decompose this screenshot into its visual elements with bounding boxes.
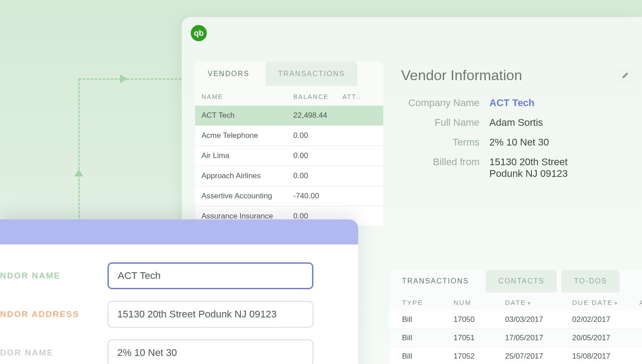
vendor-name-cell: Assertive Accounting [201, 192, 293, 201]
sort-icon: ▼ [527, 301, 532, 306]
vendor-name-cell: Approach Airlines [201, 171, 293, 180]
vendor-balance-cell: 22,498.44 [293, 111, 342, 120]
terms-value: 2% 10 Net 30 [489, 137, 549, 148]
vendor-address-input[interactable]: 15130 20th Street Podunk NJ 09123 [107, 301, 313, 328]
vendor-terms-label: DOR NAME [0, 348, 81, 358]
table-row[interactable]: Assertive Accounting-740.00 [195, 186, 383, 206]
header-attachments[interactable]: ATT.. [342, 93, 377, 100]
full-name-label: Full Name [401, 117, 479, 128]
billed-from-line2: Podunk NJ 09123 [489, 168, 568, 180]
trans-due-cell: 02/02/2017 [572, 315, 639, 324]
vendor-tabs: VENDORS TRANSACTIONS [195, 62, 383, 86]
vendor-att-cell [342, 192, 377, 201]
vendor-balance-cell: 0.00 [293, 131, 342, 140]
billed-from-value: 15130 20th Street Podunk NJ 09123 [489, 156, 568, 180]
vendor-name-cell: ACT Tech [201, 111, 293, 120]
table-row[interactable]: ACT Tech22,498.44 [195, 106, 383, 126]
terms-label: Terms [401, 137, 479, 148]
vendor-att-cell [342, 131, 377, 140]
pencil-icon [621, 72, 629, 79]
header-name[interactable]: NAME [201, 93, 293, 100]
tab-todos[interactable]: TO-DOS [561, 270, 620, 292]
table-row[interactable]: Bill1705003/03/201702/02/2017 [389, 311, 642, 329]
vendors-list-panel: VENDORS TRANSACTIONS NAME BALANCE ATT.. … [195, 62, 383, 227]
trans-due-cell: 15/08/2017 [572, 352, 639, 361]
vendor-att-cell [342, 171, 377, 180]
tab-transactions[interactable]: TRANSACTIONS [265, 62, 357, 86]
table-row[interactable]: Bill1705117/05/201720/05/2017 [389, 329, 642, 347]
vendor-table-header: NAME BALANCE ATT.. [195, 86, 383, 106]
vendor-name-cell: Acme Telephone [201, 131, 293, 140]
header-type[interactable]: TYPE [402, 299, 454, 306]
vendor-att-cell [342, 111, 377, 120]
table-row[interactable]: Air Lima0.00 [195, 146, 383, 166]
table-row[interactable]: Bill1705225/07/201715/08/2017 [389, 347, 642, 364]
arrow-up-icon [74, 169, 83, 176]
vendor-name-label: NDOR NAME [0, 271, 81, 281]
trans-num-cell: 17051 [454, 334, 505, 343]
tab-transactions-bottom[interactable]: TRANSACTIONS [389, 270, 481, 292]
trans-date-cell: 03/03/2017 [505, 315, 572, 324]
full-name-value: Adam Sortis [489, 117, 543, 128]
billed-from-label: Billed from [401, 156, 479, 180]
vendor-address-label: NDOR ADDRESS [0, 309, 81, 319]
vendor-balance-cell: 0.00 [293, 151, 342, 160]
header-num[interactable]: NUM [454, 299, 505, 306]
quickbooks-logo-icon: qb [191, 25, 207, 41]
header-account[interactable]: A [639, 299, 642, 306]
decoration-dashed-line [78, 78, 181, 222]
vendor-terms-input[interactable]: 2% 10 Net 30 [107, 339, 313, 364]
table-row[interactable]: Approach Airlines0.00 [195, 166, 383, 186]
header-balance[interactable]: BALANCE [293, 93, 342, 100]
trans-type-cell: Bill [402, 352, 454, 361]
header-date[interactable]: DATE▼ [505, 299, 572, 306]
vendor-balance-cell: 0.00 [293, 171, 342, 180]
vendor-info-section: Vendor Information Company Name ACT Tech… [401, 67, 633, 188]
transactions-table-header: TYPE NUM DATE▼ DUE DATE▼ A [389, 292, 642, 311]
tab-vendors[interactable]: VENDORS [195, 62, 262, 86]
table-row[interactable]: Acme Telephone0.00 [195, 126, 383, 146]
trans-type-cell: Bill [402, 315, 454, 324]
trans-due-cell: 20/05/2017 [572, 334, 639, 343]
billed-from-line1: 15130 20th Street [489, 156, 568, 168]
company-name-label: Company Name [401, 97, 479, 109]
trans-date-cell: 25/07/2017 [505, 352, 572, 361]
vendor-form-overlay: NDOR NAME ACT Tech NDOR ADDRESS 15130 20… [0, 219, 358, 364]
trans-num-cell: 17052 [454, 352, 505, 361]
vendor-name-cell: Air Lima [201, 151, 293, 160]
vendor-balance-cell: -740.00 [293, 192, 342, 201]
trans-date-cell: 17/05/2017 [505, 334, 572, 343]
form-title-bar [0, 219, 358, 244]
transactions-panel: TRANSACTIONS CONTACTS TO-DOS TYPE NUM DA… [389, 270, 642, 364]
vendor-name-input[interactable]: ACT Tech [107, 262, 313, 289]
trans-num-cell: 17050 [454, 315, 505, 324]
vendor-info-title: Vendor Information [401, 67, 522, 84]
sort-icon: ▼ [614, 301, 619, 306]
company-name-value: ACT Tech [489, 97, 535, 109]
edit-button[interactable] [617, 68, 633, 84]
vendor-att-cell [342, 151, 377, 160]
header-due-date[interactable]: DUE DATE▼ [572, 299, 639, 306]
arrow-right-icon [120, 74, 127, 83]
trans-type-cell: Bill [402, 334, 454, 343]
tab-contacts[interactable]: CONTACTS [486, 270, 557, 292]
